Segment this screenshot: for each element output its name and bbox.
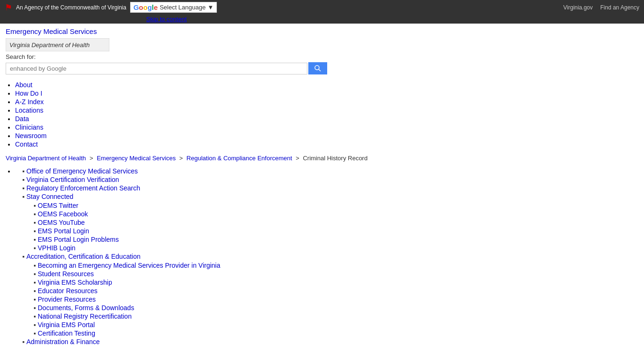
- sidebar-nav-item: Stay ConnectedOEMS TwitterOEMS FacebookO…: [26, 193, 638, 252]
- main-nav-item: Locations: [15, 107, 638, 114]
- top-bar: ⚑ An Agency of the Commonwealth of Virgi…: [0, 0, 644, 15]
- sidebar-nav-child-item: Virginia EMS Scholarship: [38, 279, 638, 286]
- search-button[interactable]: [308, 62, 327, 74]
- sidebar-nav-child-link[interactable]: Virginia EMS Scholarship: [38, 279, 112, 286]
- sidebar-nav-item: Administration & Finance: [26, 338, 638, 346]
- search-icon: [314, 65, 322, 72]
- site-title-link[interactable]: Emergency Medical Services: [6, 27, 97, 35]
- sidebar-nav-child-item: Documents, Forms & Downloads: [38, 304, 638, 312]
- sidebar-nav: Office of Emergency Medical ServicesVirg…: [0, 167, 644, 346]
- sidebar-nav-outer-item: Office of Emergency Medical ServicesVirg…: [15, 167, 638, 346]
- main-nav-link[interactable]: Contact: [15, 140, 38, 148]
- sidebar-nav-child-link[interactable]: Certification Testing: [38, 329, 95, 337]
- svg-point-2: [315, 66, 319, 70]
- sidebar-nav-child-link[interactable]: Becoming an Emergency Medical Services P…: [38, 262, 220, 269]
- sidebar-nav-children: OEMS TwitterOEMS FacebookOEMS YouTubeEMS…: [26, 202, 638, 252]
- main-nav-link[interactable]: Locations: [15, 107, 43, 114]
- main-nav-link[interactable]: How Do I: [15, 90, 42, 97]
- breadcrumb-current: Criminal History Record: [303, 155, 367, 162]
- find-agency-link[interactable]: Find an Agency: [600, 4, 639, 11]
- sidebar-nav-child-link[interactable]: Documents, Forms & Downloads: [38, 304, 134, 312]
- sidebar-nav-child-item: Educator Resources: [38, 287, 638, 295]
- search-row: [6, 62, 638, 74]
- sidebar-nav-child-link[interactable]: OEMS YouTube: [38, 219, 85, 226]
- skip-banner: Skip to content: [0, 15, 644, 24]
- top-bar-right: Virginia.gov Find an Agency: [563, 4, 639, 11]
- sidebar-nav-link[interactable]: Regulatory Enforcement Action Search: [26, 184, 140, 192]
- translate-widget[interactable]: Google Select Language ▼: [130, 2, 217, 13]
- sidebar-nav-child-item: OEMS YouTube: [38, 219, 638, 226]
- main-nav-item: About: [15, 81, 638, 89]
- sidebar-nav-child-item: Certification Testing: [38, 329, 638, 337]
- sidebar-nav-child-item: Becoming an Emergency Medical Services P…: [38, 262, 638, 269]
- main-nav-item: Clinicians: [15, 123, 638, 131]
- site-header: Emergency Medical Services Virginia Depa…: [0, 24, 644, 80]
- sidebar-nav-item: Regulatory Enforcement Action Search: [26, 184, 638, 192]
- sidebar-nav-inner-list: Office of Emergency Medical ServicesVirg…: [15, 167, 638, 346]
- virginia-gov-link[interactable]: Virginia.gov: [563, 4, 593, 11]
- translate-label: Select Language: [160, 4, 206, 11]
- top-bar-left: ⚑ An Agency of the Commonwealth of Virgi…: [5, 2, 217, 13]
- main-nav-item: A-Z Index: [15, 98, 638, 106]
- sidebar-nav-link[interactable]: Stay Connected: [26, 193, 74, 200]
- main-nav-item: Newsroom: [15, 132, 638, 140]
- sidebar-nav-child-item: Virginia EMS Portal: [38, 321, 638, 329]
- sidebar-nav-child-item: Student Resources: [38, 270, 638, 278]
- main-nav-item: How Do I: [15, 90, 638, 97]
- sidebar-nav-child-link[interactable]: Provider Resources: [38, 296, 96, 303]
- sidebar-nav-child-link[interactable]: EMS Portal Login: [38, 227, 89, 235]
- sidebar-nav-link[interactable]: Administration & Finance: [26, 338, 100, 346]
- agency-seal-icon: ⚑: [5, 2, 12, 13]
- sidebar-nav-child-item: OEMS Facebook: [38, 210, 638, 218]
- sidebar-nav-child-link[interactable]: National Registry Recertification: [38, 313, 132, 320]
- main-nav: AboutHow Do IA-Z IndexLocationsDataClini…: [0, 81, 644, 148]
- breadcrumb: Virginia Department of Health > Emergenc…: [0, 152, 644, 165]
- search-input[interactable]: [6, 63, 307, 74]
- sidebar-nav-child-item: Provider Resources: [38, 296, 638, 303]
- breadcrumb-link[interactable]: Regulation & Compliance Enforcement: [187, 155, 292, 162]
- sidebar-nav-link[interactable]: Virginia Certification Verification: [26, 176, 119, 183]
- vdh-logo-image: Virginia Department of Health: [6, 38, 109, 51]
- sidebar-nav-item: Virginia Certification Verification: [26, 176, 638, 183]
- sidebar-nav-item: Office of Emergency Medical Services: [26, 167, 638, 175]
- sidebar-nav-item: Accreditation, Certification & Education…: [26, 253, 638, 337]
- main-nav-item: Contact: [15, 140, 638, 148]
- sidebar-nav-child-link[interactable]: VPHIB Login: [38, 244, 75, 252]
- breadcrumb-separator: >: [294, 155, 301, 162]
- sidebar-nav-child-item: EMS Portal Login: [38, 227, 638, 235]
- sidebar-nav-child-item: VPHIB Login: [38, 244, 638, 252]
- sidebar-nav-child-link[interactable]: Educator Resources: [38, 287, 98, 295]
- sidebar-nav-child-item: EMS Portal Login Problems: [38, 236, 638, 243]
- breadcrumb-link[interactable]: Virginia Department of Health: [6, 155, 86, 162]
- breadcrumb-separator: >: [88, 155, 95, 162]
- sidebar-nav-children: Becoming an Emergency Medical Services P…: [26, 262, 638, 337]
- main-nav-link[interactable]: About: [15, 81, 33, 89]
- sidebar-nav-child-link[interactable]: EMS Portal Login Problems: [38, 236, 119, 243]
- sidebar-nav-child-item: National Registry Recertification: [38, 313, 638, 320]
- sidebar-nav-link[interactable]: Accreditation, Certification & Education: [26, 253, 140, 260]
- sidebar-nav-link[interactable]: Office of Emergency Medical Services: [26, 167, 138, 175]
- main-nav-link[interactable]: A-Z Index: [15, 98, 44, 106]
- main-nav-link[interactable]: Newsroom: [15, 132, 47, 140]
- breadcrumb-separator: >: [178, 155, 185, 162]
- sidebar-nav-child-link[interactable]: Virginia EMS Portal: [38, 321, 95, 329]
- main-nav-link[interactable]: Clinicians: [15, 123, 43, 131]
- search-label: Search for:: [6, 53, 638, 60]
- agency-text: An Agency of the Commonwealth of Virgini…: [16, 4, 126, 11]
- main-nav-link[interactable]: Data: [15, 115, 29, 123]
- svg-line-3: [319, 69, 321, 71]
- skip-to-content-link[interactable]: Skip to content: [0, 15, 644, 24]
- sidebar-nav-child-link[interactable]: OEMS Twitter: [38, 202, 78, 209]
- vdh-logo-area: Virginia Department of Health: [6, 38, 638, 51]
- breadcrumb-link[interactable]: Emergency Medical Services: [97, 155, 176, 162]
- sidebar-nav-child-link[interactable]: OEMS Facebook: [38, 210, 88, 218]
- translate-dropdown-icon: ▼: [207, 4, 214, 11]
- sidebar-nav-child-item: OEMS Twitter: [38, 202, 638, 209]
- main-nav-item: Data: [15, 115, 638, 123]
- sidebar-nav-child-link[interactable]: Student Resources: [38, 270, 94, 278]
- google-g-icon: Google: [133, 3, 158, 11]
- sidebar-nav-list: Office of Emergency Medical ServicesVirg…: [6, 167, 638, 346]
- svg-text:Virginia Department of Health: Virginia Department of Health: [9, 41, 90, 49]
- main-nav-list: AboutHow Do IA-Z IndexLocationsDataClini…: [6, 81, 638, 148]
